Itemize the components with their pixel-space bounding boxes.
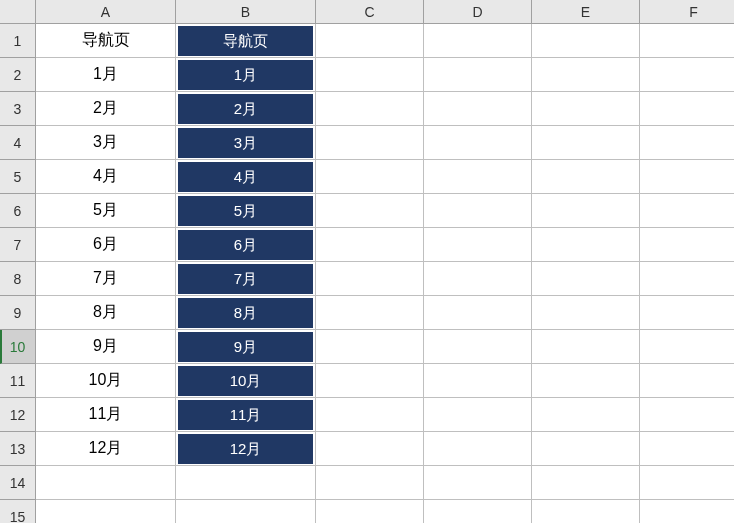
cell-C14[interactable] — [316, 466, 424, 500]
cell-D8[interactable] — [424, 262, 532, 296]
cell-F3[interactable] — [640, 92, 734, 126]
cell-A8[interactable]: 7月 — [36, 262, 176, 296]
row-header-6[interactable]: 6 — [0, 194, 36, 228]
cell-A6[interactable]: 5月 — [36, 194, 176, 228]
cell-C12[interactable] — [316, 398, 424, 432]
cell-E14[interactable] — [532, 466, 640, 500]
cell-D2[interactable] — [424, 58, 532, 92]
row-header-1[interactable]: 1 — [0, 24, 36, 58]
col-header-D[interactable]: D — [424, 0, 532, 24]
cell-E1[interactable] — [532, 24, 640, 58]
nav-button-12[interactable]: 11月 — [177, 399, 314, 431]
nav-button-4[interactable]: 3月 — [177, 127, 314, 159]
cell-B11[interactable]: 10月 — [176, 364, 316, 398]
cell-A7[interactable]: 6月 — [36, 228, 176, 262]
cell-C4[interactable] — [316, 126, 424, 160]
cell-C11[interactable] — [316, 364, 424, 398]
row-header-2[interactable]: 2 — [0, 58, 36, 92]
cell-F14[interactable] — [640, 466, 734, 500]
row-header-4[interactable]: 4 — [0, 126, 36, 160]
cell-A5[interactable]: 4月 — [36, 160, 176, 194]
cell-F11[interactable] — [640, 364, 734, 398]
row-header-5[interactable]: 5 — [0, 160, 36, 194]
cell-D14[interactable] — [424, 466, 532, 500]
cell-E6[interactable] — [532, 194, 640, 228]
cell-A15[interactable] — [36, 500, 176, 523]
cell-D7[interactable] — [424, 228, 532, 262]
col-header-A[interactable]: A — [36, 0, 176, 24]
cell-E8[interactable] — [532, 262, 640, 296]
cell-D1[interactable] — [424, 24, 532, 58]
cell-F9[interactable] — [640, 296, 734, 330]
cell-E2[interactable] — [532, 58, 640, 92]
cell-B15[interactable] — [176, 500, 316, 523]
cell-E13[interactable] — [532, 432, 640, 466]
spreadsheet-grid[interactable]: ABCDEF1导航页导航页21月1月32月2月43月3月54月4月65月5月76… — [0, 0, 734, 523]
cell-E5[interactable] — [532, 160, 640, 194]
cell-D5[interactable] — [424, 160, 532, 194]
cell-A14[interactable] — [36, 466, 176, 500]
nav-button-11[interactable]: 10月 — [177, 365, 314, 397]
nav-button-6[interactable]: 5月 — [177, 195, 314, 227]
cell-D4[interactable] — [424, 126, 532, 160]
cell-E11[interactable] — [532, 364, 640, 398]
nav-button-8[interactable]: 7月 — [177, 263, 314, 295]
cell-F2[interactable] — [640, 58, 734, 92]
cell-B14[interactable] — [176, 466, 316, 500]
cell-A3[interactable]: 2月 — [36, 92, 176, 126]
cell-D11[interactable] — [424, 364, 532, 398]
cell-C8[interactable] — [316, 262, 424, 296]
row-header-7[interactable]: 7 — [0, 228, 36, 262]
cell-B6[interactable]: 5月 — [176, 194, 316, 228]
cell-C6[interactable] — [316, 194, 424, 228]
col-header-B[interactable]: B — [176, 0, 316, 24]
cell-D15[interactable] — [424, 500, 532, 523]
cell-D13[interactable] — [424, 432, 532, 466]
cell-D3[interactable] — [424, 92, 532, 126]
cell-F8[interactable] — [640, 262, 734, 296]
cell-B7[interactable]: 6月 — [176, 228, 316, 262]
cell-A4[interactable]: 3月 — [36, 126, 176, 160]
cell-A2[interactable]: 1月 — [36, 58, 176, 92]
cell-E7[interactable] — [532, 228, 640, 262]
nav-button-2[interactable]: 1月 — [177, 59, 314, 91]
cell-C9[interactable] — [316, 296, 424, 330]
cell-C2[interactable] — [316, 58, 424, 92]
cell-F7[interactable] — [640, 228, 734, 262]
cell-A1[interactable]: 导航页 — [36, 24, 176, 58]
row-header-14[interactable]: 14 — [0, 466, 36, 500]
nav-button-5[interactable]: 4月 — [177, 161, 314, 193]
cell-F12[interactable] — [640, 398, 734, 432]
cell-E3[interactable] — [532, 92, 640, 126]
cell-D9[interactable] — [424, 296, 532, 330]
cell-C13[interactable] — [316, 432, 424, 466]
cell-A9[interactable]: 8月 — [36, 296, 176, 330]
cell-E4[interactable] — [532, 126, 640, 160]
nav-button-3[interactable]: 2月 — [177, 93, 314, 125]
cell-F4[interactable] — [640, 126, 734, 160]
cell-A11[interactable]: 10月 — [36, 364, 176, 398]
cell-B2[interactable]: 1月 — [176, 58, 316, 92]
row-header-12[interactable]: 12 — [0, 398, 36, 432]
select-all-corner[interactable] — [0, 0, 36, 24]
nav-button-10[interactable]: 9月 — [177, 331, 314, 363]
cell-B4[interactable]: 3月 — [176, 126, 316, 160]
row-header-3[interactable]: 3 — [0, 92, 36, 126]
cell-C3[interactable] — [316, 92, 424, 126]
row-header-15[interactable]: 15 — [0, 500, 36, 523]
cell-C7[interactable] — [316, 228, 424, 262]
cell-A12[interactable]: 11月 — [36, 398, 176, 432]
cell-D6[interactable] — [424, 194, 532, 228]
row-header-11[interactable]: 11 — [0, 364, 36, 398]
cell-B12[interactable]: 11月 — [176, 398, 316, 432]
cell-B9[interactable]: 8月 — [176, 296, 316, 330]
cell-C1[interactable] — [316, 24, 424, 58]
cell-C10[interactable] — [316, 330, 424, 364]
nav-button-7[interactable]: 6月 — [177, 229, 314, 261]
cell-B8[interactable]: 7月 — [176, 262, 316, 296]
row-header-10[interactable]: 10 — [0, 330, 36, 364]
row-header-13[interactable]: 13 — [0, 432, 36, 466]
cell-A13[interactable]: 12月 — [36, 432, 176, 466]
cell-A10[interactable]: 9月 — [36, 330, 176, 364]
cell-B5[interactable]: 4月 — [176, 160, 316, 194]
